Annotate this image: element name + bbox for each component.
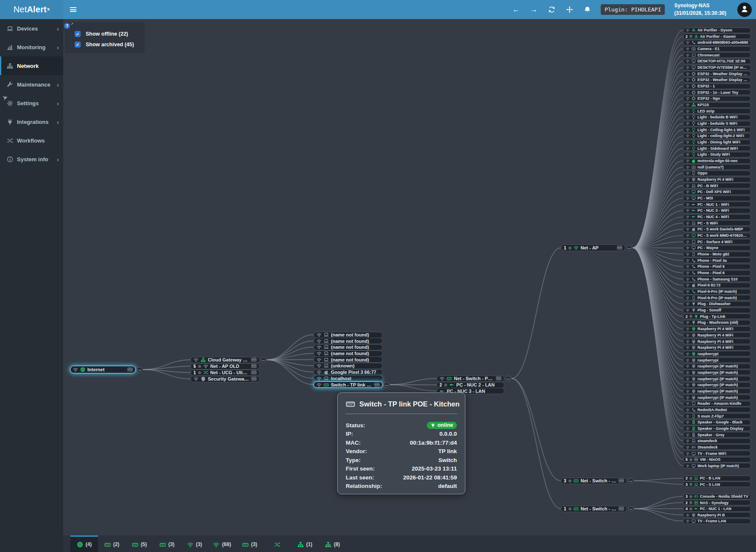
forward-arrow-icon[interactable]: → <box>529 6 538 14</box>
device-node[interactable]: Light - bedside S WiFi <box>683 121 751 126</box>
collapse-node-button[interactable]: – <box>137 367 142 372</box>
app-logo[interactable]: NetAlertx <box>0 0 63 19</box>
device-node[interactable]: Phone - Pixel 6 <box>683 264 751 269</box>
collapse-node-button[interactable]: – <box>506 376 511 381</box>
collapse-node-button[interactable]: – <box>628 506 633 511</box>
device-node[interactable]: PC - S work MMD-67082015... <box>683 233 751 238</box>
device-node[interactable]: PC - MSI <box>683 196 751 201</box>
device-node[interactable]: Pixel-6 82:72 <box>683 283 751 288</box>
menu-toggle-button[interactable] <box>63 0 83 19</box>
device-node[interactable]: Phone - Pixel 3a <box>683 258 751 263</box>
device-node[interactable]: steamdeck <box>683 438 751 444</box>
move-icon[interactable] <box>565 6 574 14</box>
device-node[interactable]: Pixel-9-Pro (IP match) <box>683 289 751 294</box>
device-node[interactable]: S mum Z-Flip7 <box>683 413 751 419</box>
sidebar-item-monitoring[interactable]: Monitoring‹ <box>0 38 63 56</box>
show-archived-toggle[interactable]: ✓ Show archived (45) <box>75 42 134 48</box>
device-node[interactable]: 5VM - NixOS <box>683 457 751 462</box>
show-offline-toggle[interactable]: ✓ Show offline (22) <box>75 31 128 37</box>
sidebar-item-network[interactable]: Network <box>0 56 63 75</box>
drag-handle[interactable] <box>374 383 380 387</box>
sidebar-item-devices[interactable]: Devices‹ <box>0 19 63 38</box>
drag-handle[interactable] <box>251 358 257 362</box>
device-node[interactable]: DESKTOP-IV7E55M (IP match) <box>683 65 751 70</box>
graph-node[interactable]: (unknown) <box>314 363 383 369</box>
device-node[interactable]: PC - Surface 4 WiFi <box>683 239 751 244</box>
device-node[interactable]: raspberrypi <box>683 357 751 363</box>
device-node[interactable]: ESP32 - 1n - Laser Toy <box>683 90 751 95</box>
device-node[interactable]: Air Purifier - Dyson <box>683 28 751 33</box>
notifications-bell-icon[interactable] <box>583 6 591 14</box>
graph-node[interactable]: (name not found) <box>314 356 383 363</box>
subnet-tab-switch-3[interactable]: (3) <box>153 535 181 552</box>
device-node[interactable]: PC - Dell XPS WiFi <box>683 189 751 195</box>
collapse-node-button[interactable]: – <box>384 382 389 387</box>
device-node[interactable]: ESP32 - ttgo <box>683 96 751 101</box>
device-node[interactable]: 2Air Purifier - Xiaomi <box>683 34 751 39</box>
collapse-node-button[interactable]: – <box>628 478 633 483</box>
graph-node[interactable]: 5Net - AP OLD <box>190 363 260 370</box>
device-node[interactable]: Reader - Amazon Kindle <box>683 401 751 406</box>
subnet-tab-globe-0[interactable]: (4) <box>70 535 98 552</box>
device-node[interactable]: Speaker - Google Display <box>683 426 751 431</box>
graph-node[interactable]: Net - Switch - POE <box>437 375 504 382</box>
collapse-node-button[interactable]: – <box>627 245 632 250</box>
graph-node[interactable]: 1Net - Switch - TV <box>561 506 627 512</box>
device-node[interactable]: raspberrypi (IP match) <box>683 395 751 400</box>
avatar[interactable] <box>737 3 752 17</box>
device-node[interactable]: 4PC - NUC 1 - LAN <box>683 506 751 512</box>
device-node[interactable]: Light - Sideboard WiFi <box>683 146 751 151</box>
subnet-tab-wifi-5[interactable]: (68) <box>208 535 236 552</box>
device-node[interactable]: raspberrypi (IP match) <box>683 364 751 369</box>
device-node[interactable]: Raspberry Pi 4 WiFi <box>683 332 751 338</box>
device-node[interactable]: Raspberry Pi 4 WiFi <box>683 345 751 350</box>
device-node[interactable]: raspberrypi (IP match) <box>683 370 751 375</box>
device-node[interactable]: Pixel-9-Pro (IP match) <box>683 295 751 300</box>
device-node[interactable]: Phone - Samsung S10 <box>683 276 751 282</box>
device-node[interactable]: PC - B WiFi <box>683 183 751 188</box>
offline-checkbox[interactable]: ✓ <box>75 31 81 37</box>
device-node[interactable]: Light - ceiling-light-2 WiFi <box>683 133 751 139</box>
device-node[interactable]: Speaker - Grey <box>683 432 751 437</box>
device-node[interactable]: Plug - Dishwasher <box>683 301 751 307</box>
device-node[interactable]: Light - Dining light WiFi <box>683 140 751 145</box>
drag-handle[interactable] <box>251 364 257 368</box>
device-node[interactable]: raspberrypi (IP match) <box>683 388 751 394</box>
graph-node[interactable]: 2PC - NUC 2 - LAN <box>437 382 504 388</box>
subnet-tab-wifi-4[interactable]: (3) <box>181 535 208 552</box>
plugin-badge[interactable]: Plugin: PIHOLEAPI <box>601 4 665 15</box>
device-node[interactable]: TV - Frame LAN <box>683 518 751 524</box>
back-arrow-icon[interactable]: ← <box>512 6 520 14</box>
device-node[interactable]: Light - Study WiFi <box>683 152 751 157</box>
device-node[interactable]: Camera - E1 <box>683 46 751 52</box>
device-node[interactable]: 2Plug - Tp-Link <box>683 314 751 319</box>
subnet-tab-switch-6[interactable]: (3) <box>236 535 263 552</box>
subnet-tab-switch-1[interactable]: (2) <box>98 535 126 552</box>
device-node[interactable]: LED strip <box>683 108 751 114</box>
drag-handle[interactable] <box>127 367 133 372</box>
drag-handle[interactable] <box>251 377 257 381</box>
sidebar-item-integrations[interactable]: Integrations‹ <box>0 112 63 131</box>
subnet-tab-sitemap-9[interactable]: (8) <box>319 535 346 552</box>
device-node[interactable]: Speaker - Google - Black <box>683 420 751 425</box>
device-node[interactable]: Plug - Sonoff <box>683 308 751 313</box>
subnet-tab-shuffle-7[interactable] <box>263 535 291 552</box>
device-node[interactable]: android-68608b93-a00e4690 <box>683 40 751 45</box>
device-node[interactable]: raspberrypi (IP match) <box>683 376 751 381</box>
graph-node[interactable]: Internet <box>70 366 136 373</box>
archived-checkbox[interactable]: ✓ <box>75 42 81 48</box>
device-node[interactable]: ESP32 - Weather Display (w... <box>683 77 751 83</box>
graph-node[interactable]: (name not found) <box>314 350 383 357</box>
refresh-icon[interactable] <box>547 6 556 14</box>
graph-node[interactable]: Google Pixel 3 66:77 <box>314 369 383 375</box>
drag-handle[interactable] <box>617 246 622 250</box>
device-node[interactable]: 3Console - Nvidia Shield TV <box>683 494 751 499</box>
device-node[interactable]: PC - NUC 1 - WiFi <box>683 202 751 207</box>
device-node[interactable]: Oppo <box>683 171 751 176</box>
device-node[interactable]: PC - NUC 3 - WiFi <box>683 208 751 213</box>
device-node[interactable]: null (camera?) <box>683 164 751 170</box>
graph-node[interactable]: Switch - TP link POE - Kitchen <box>314 381 383 388</box>
device-node[interactable]: Steamdeck <box>683 444 751 450</box>
device-node[interactable]: 2PC - B LAN <box>683 476 751 481</box>
graph-node[interactable]: 1Net - AP <box>561 244 625 251</box>
